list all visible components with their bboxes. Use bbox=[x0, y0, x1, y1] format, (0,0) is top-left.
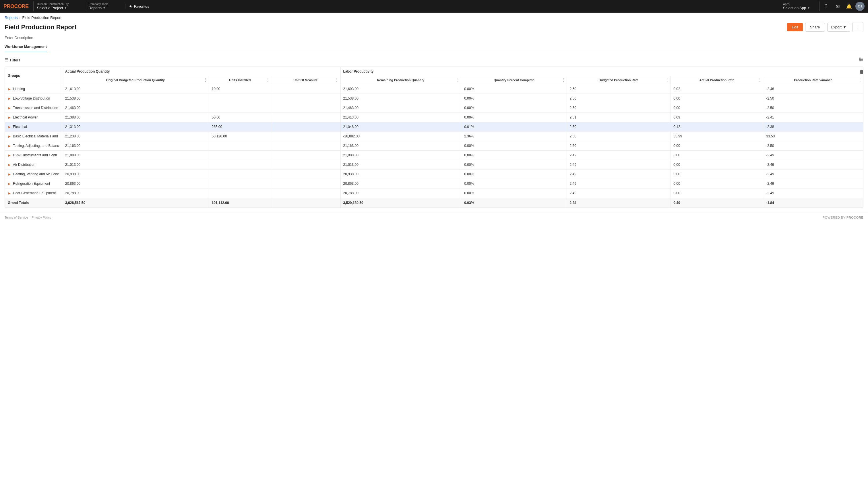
col-budgeted-rate-menu[interactable]: ⋮ bbox=[665, 78, 669, 82]
export-arrow-icon: ▼ bbox=[843, 25, 846, 29]
report-table-container: ℹ Groups Actual Production Quantity Labo… bbox=[5, 67, 863, 208]
row-expander[interactable]: ▶ bbox=[8, 97, 11, 100]
gt-budgeted-rate: 2.24 bbox=[567, 198, 671, 208]
table-row: ▶ Electrical 21,313.00 265.00 21,048.00 … bbox=[5, 122, 863, 132]
table-row: ▶ Air Distribution 21,013.00 21,013.00 0… bbox=[5, 160, 863, 169]
col-units-installed-menu[interactable]: ⋮ bbox=[266, 78, 270, 82]
qty-percent-cell: 0.00% bbox=[461, 141, 567, 151]
apps-label: Apps bbox=[783, 3, 816, 6]
row-expander[interactable]: ▶ bbox=[8, 87, 11, 91]
apps-selector[interactable]: Apps Select an App ▼ bbox=[780, 1, 820, 11]
table-row: ▶ Testing, Adjusting, and Balanc 21,163.… bbox=[5, 141, 863, 151]
project-selector[interactable]: Duncan Construction Pty Select a Project… bbox=[33, 1, 85, 11]
col-qty-percent-menu[interactable]: ⋮ bbox=[561, 78, 565, 82]
breadcrumb: Reports › Field Production Report bbox=[0, 12, 868, 21]
messages-icon[interactable]: ✉ bbox=[832, 1, 843, 11]
company-tools-selector[interactable]: Company Tools Reports ▼ bbox=[85, 1, 125, 11]
row-expander[interactable]: ▶ bbox=[8, 144, 11, 148]
svg-point-5 bbox=[860, 60, 861, 61]
qty-percent-cell: 2.36% bbox=[461, 132, 567, 141]
unit-of-measure-cell bbox=[271, 122, 340, 132]
row-expander[interactable]: ▶ bbox=[8, 116, 11, 119]
variance-cell: -2.49 bbox=[763, 160, 863, 169]
share-button[interactable]: Share bbox=[805, 23, 825, 32]
terms-link[interactable]: Terms of Service bbox=[5, 216, 28, 219]
col-original-budgeted: Original Budgeted Production Quantity ⋮ bbox=[62, 76, 209, 84]
export-label: Export bbox=[831, 25, 842, 29]
privacy-link[interactable]: Privacy Policy bbox=[32, 216, 51, 219]
help-icon[interactable]: ? bbox=[821, 1, 831, 11]
qty-percent-cell: 0.00% bbox=[461, 189, 567, 198]
budgeted-rate-cell: 2.49 bbox=[567, 169, 671, 179]
group-name: HVAC Instruments and Contr bbox=[13, 153, 57, 157]
unit-of-measure-cell bbox=[271, 94, 340, 103]
col-actual-rate-menu[interactable]: ⋮ bbox=[758, 78, 762, 82]
group-name: Basic Electrical Materials and bbox=[13, 134, 58, 138]
actual-rate-cell: 0.00 bbox=[671, 103, 763, 113]
powered-by-text: POWERED BY bbox=[823, 216, 845, 219]
row-expander[interactable]: ▶ bbox=[8, 191, 11, 195]
sub-header-row: Original Budgeted Production Quantity ⋮ … bbox=[5, 76, 863, 84]
table-row: ▶ Low-Voltage Distribution 21,538.00 21,… bbox=[5, 94, 863, 103]
variance-cell: -2.49 bbox=[763, 169, 863, 179]
description-text: Enter Description bbox=[5, 36, 33, 40]
group-cell: ▶ Heating, Venting and Air Conc bbox=[5, 169, 62, 179]
favorites-button[interactable]: ★ Favorites bbox=[125, 4, 153, 9]
units-installed-cell bbox=[209, 94, 271, 103]
budgeted-rate-cell: 2.49 bbox=[567, 160, 671, 169]
breadcrumb-reports-link[interactable]: Reports bbox=[5, 15, 18, 20]
group-cell: ▶ Refrigeration Equipment bbox=[5, 179, 62, 189]
unit-of-measure-cell bbox=[271, 84, 340, 94]
col-variance-menu[interactable]: ⋮ bbox=[858, 78, 862, 82]
apps-arrow: ▼ bbox=[807, 6, 810, 9]
col-remaining-menu[interactable]: ⋮ bbox=[456, 78, 460, 82]
row-expander[interactable]: ▶ bbox=[8, 125, 11, 129]
remaining-production-cell: 21,413.00 bbox=[340, 113, 461, 122]
col-original-budgeted-menu[interactable]: ⋮ bbox=[204, 78, 208, 82]
notifications-icon[interactable]: 🔔 bbox=[844, 1, 854, 11]
unit-of-measure-cell bbox=[271, 141, 340, 151]
column-settings-icon[interactable] bbox=[858, 57, 863, 63]
remaining-production-cell: 21,463.00 bbox=[340, 103, 461, 113]
edit-button[interactable]: Edit bbox=[787, 23, 803, 31]
filter-icon: ☰ bbox=[5, 57, 8, 63]
row-expander[interactable]: ▶ bbox=[8, 106, 11, 109]
units-installed-cell bbox=[209, 169, 271, 179]
gt-remaining-production: 3,529,180.50 bbox=[340, 198, 461, 208]
row-expander[interactable]: ▶ bbox=[8, 135, 11, 138]
gt-variance: -1.84 bbox=[763, 198, 863, 208]
filters-label: Filters bbox=[10, 58, 20, 62]
col-qty-percent: Quantity Percent Complete ⋮ bbox=[461, 76, 567, 84]
grand-totals-label: Grand Totals bbox=[5, 198, 62, 208]
units-installed-cell bbox=[209, 141, 271, 151]
group-cell: ▶ Transmission and Distribution bbox=[5, 103, 62, 113]
tab-workforce-management[interactable]: Workforce Management bbox=[5, 42, 47, 52]
logo[interactable]: PROCORE bbox=[3, 3, 29, 9]
row-expander[interactable]: ▶ bbox=[8, 182, 11, 185]
remaining-production-cell: 20,863.00 bbox=[340, 179, 461, 189]
col-unit-measure-menu[interactable]: ⋮ bbox=[335, 78, 339, 82]
export-button[interactable]: Export ▼ bbox=[827, 23, 850, 32]
variance-cell: -2.48 bbox=[763, 84, 863, 94]
remaining-production-cell: -28,882.00 bbox=[340, 132, 461, 141]
table-row: ▶ Refrigeration Equipment 20,863.00 20,8… bbox=[5, 179, 863, 189]
row-expander[interactable]: ▶ bbox=[8, 154, 11, 157]
group-cell: ▶ Basic Electrical Materials and bbox=[5, 132, 62, 141]
table-info-icon[interactable]: ℹ bbox=[860, 70, 863, 74]
procore-brand-text: PROCORE bbox=[846, 216, 863, 219]
row-expander[interactable]: ▶ bbox=[8, 172, 11, 176]
top-navigation: PROCORE Duncan Construction Pty Select a… bbox=[0, 0, 868, 12]
unit-of-measure-cell bbox=[271, 113, 340, 122]
variance-cell: -2.49 bbox=[763, 179, 863, 189]
remaining-production-cell: 20,938.00 bbox=[340, 169, 461, 179]
row-expander[interactable]: ▶ bbox=[8, 163, 11, 166]
group-name: Refrigeration Equipment bbox=[13, 182, 50, 186]
variance-cell: -2.50 bbox=[763, 94, 863, 103]
favorites-label: Favorites bbox=[134, 4, 149, 9]
gt-units-installed: 101,112.00 bbox=[209, 198, 271, 208]
original-budgeted-cell: 21,163.00 bbox=[62, 141, 209, 151]
variance-cell: -2.50 bbox=[763, 141, 863, 151]
avatar[interactable]: CJ bbox=[856, 2, 865, 11]
main-content: ☰ Filters ℹ Groups Actual Pr bbox=[0, 52, 868, 213]
more-actions-button[interactable]: ⋮ bbox=[852, 22, 863, 32]
